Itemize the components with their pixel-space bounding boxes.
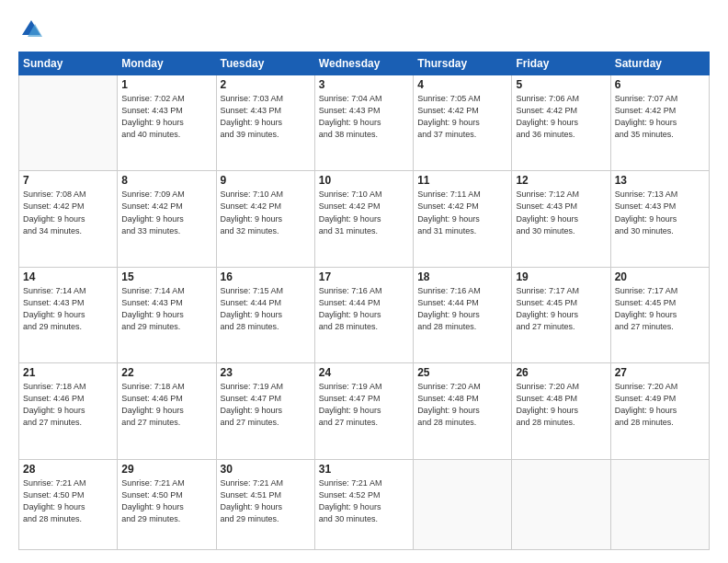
day-cell: 10Sunrise: 7:10 AMSunset: 4:42 PMDayligh… — [314, 171, 413, 267]
day-cell: 8Sunrise: 7:09 AMSunset: 4:42 PMDaylight… — [118, 171, 216, 267]
day-number: 4 — [417, 78, 507, 91]
day-info: Sunrise: 7:20 AMSunset: 4:48 PMDaylight:… — [516, 381, 606, 429]
day-cell: 16Sunrise: 7:15 AMSunset: 4:44 PMDayligh… — [216, 267, 314, 362]
day-info: Sunrise: 7:20 AMSunset: 4:48 PMDaylight:… — [417, 381, 507, 429]
day-info: Sunrise: 7:02 AMSunset: 4:43 PMDaylight:… — [121, 93, 211, 141]
day-info: Sunrise: 7:19 AMSunset: 4:47 PMDaylight:… — [221, 381, 311, 429]
day-number: 25 — [417, 366, 507, 379]
day-number: 18 — [417, 270, 507, 283]
day-info: Sunrise: 7:21 AMSunset: 4:51 PMDaylight:… — [221, 477, 311, 525]
day-info: Sunrise: 7:12 AMSunset: 4:43 PMDaylight:… — [516, 189, 606, 236]
day-number: 3 — [319, 78, 409, 91]
day-info: Sunrise: 7:06 AMSunset: 4:42 PMDaylight:… — [516, 93, 606, 141]
day-number: 12 — [516, 174, 606, 187]
day-number: 5 — [516, 78, 606, 91]
day-number: 24 — [319, 366, 409, 379]
day-number: 1 — [121, 78, 211, 91]
day-cell: 13Sunrise: 7:13 AMSunset: 4:43 PMDayligh… — [610, 171, 709, 267]
calendar-table: SundayMondayTuesdayWednesdayThursdayFrid… — [18, 52, 710, 550]
day-number: 28 — [23, 463, 113, 476]
day-cell — [610, 459, 709, 549]
day-cell: 19Sunrise: 7:17 AMSunset: 4:45 PMDayligh… — [512, 267, 610, 362]
day-number: 21 — [23, 366, 113, 379]
day-cell: 31Sunrise: 7:21 AMSunset: 4:52 PMDayligh… — [314, 459, 413, 549]
day-info: Sunrise: 7:09 AMSunset: 4:42 PMDaylight:… — [121, 189, 211, 236]
day-info: Sunrise: 7:16 AMSunset: 4:44 PMDaylight:… — [319, 285, 409, 333]
col-header-thursday: Thursday — [414, 52, 512, 75]
day-number: 13 — [615, 174, 705, 187]
day-info: Sunrise: 7:14 AMSunset: 4:43 PMDaylight:… — [23, 285, 113, 333]
day-info: Sunrise: 7:18 AMSunset: 4:46 PMDaylight:… — [23, 381, 113, 429]
day-info: Sunrise: 7:21 AMSunset: 4:52 PMDaylight:… — [319, 477, 409, 525]
day-info: Sunrise: 7:07 AMSunset: 4:42 PMDaylight:… — [615, 93, 705, 141]
day-info: Sunrise: 7:21 AMSunset: 4:50 PMDaylight:… — [121, 477, 211, 525]
day-cell: 25Sunrise: 7:20 AMSunset: 4:48 PMDayligh… — [414, 363, 512, 459]
day-info: Sunrise: 7:10 AMSunset: 4:42 PMDaylight:… — [221, 189, 311, 236]
day-cell: 11Sunrise: 7:11 AMSunset: 4:42 PMDayligh… — [414, 171, 512, 267]
day-cell: 27Sunrise: 7:20 AMSunset: 4:49 PMDayligh… — [610, 363, 709, 459]
day-cell: 26Sunrise: 7:20 AMSunset: 4:48 PMDayligh… — [512, 363, 610, 459]
day-cell: 5Sunrise: 7:06 AMSunset: 4:42 PMDaylight… — [512, 75, 610, 171]
day-cell: 22Sunrise: 7:18 AMSunset: 4:46 PMDayligh… — [118, 363, 216, 459]
day-number: 19 — [516, 270, 606, 283]
col-header-friday: Friday — [512, 52, 610, 75]
day-number: 9 — [221, 174, 311, 187]
day-number: 15 — [121, 270, 211, 283]
day-info: Sunrise: 7:05 AMSunset: 4:42 PMDaylight:… — [417, 93, 507, 141]
week-row-3: 14Sunrise: 7:14 AMSunset: 4:43 PMDayligh… — [19, 267, 710, 362]
day-cell: 3Sunrise: 7:04 AMSunset: 4:43 PMDaylight… — [314, 75, 413, 171]
day-number: 31 — [319, 463, 409, 476]
day-info: Sunrise: 7:19 AMSunset: 4:47 PMDaylight:… — [319, 381, 409, 429]
day-cell: 15Sunrise: 7:14 AMSunset: 4:43 PMDayligh… — [118, 267, 216, 362]
day-cell: 28Sunrise: 7:21 AMSunset: 4:50 PMDayligh… — [19, 459, 118, 549]
col-header-saturday: Saturday — [610, 52, 709, 75]
day-cell: 6Sunrise: 7:07 AMSunset: 4:42 PMDaylight… — [610, 75, 709, 171]
col-header-wednesday: Wednesday — [314, 52, 413, 75]
day-info: Sunrise: 7:14 AMSunset: 4:43 PMDaylight:… — [121, 285, 211, 333]
day-info: Sunrise: 7:17 AMSunset: 4:45 PMDaylight:… — [516, 285, 606, 333]
day-cell: 14Sunrise: 7:14 AMSunset: 4:43 PMDayligh… — [19, 267, 118, 362]
week-row-2: 7Sunrise: 7:08 AMSunset: 4:42 PMDaylight… — [19, 171, 710, 267]
day-number: 16 — [221, 270, 311, 283]
day-number: 20 — [615, 270, 705, 283]
day-cell: 29Sunrise: 7:21 AMSunset: 4:50 PMDayligh… — [118, 459, 216, 549]
day-cell: 1Sunrise: 7:02 AMSunset: 4:43 PMDaylight… — [118, 75, 216, 171]
day-number: 2 — [221, 78, 311, 91]
day-info: Sunrise: 7:11 AMSunset: 4:42 PMDaylight:… — [417, 189, 507, 236]
calendar-header-row: SundayMondayTuesdayWednesdayThursdayFrid… — [19, 52, 710, 75]
day-info: Sunrise: 7:03 AMSunset: 4:43 PMDaylight:… — [221, 93, 311, 141]
day-info: Sunrise: 7:18 AMSunset: 4:46 PMDaylight:… — [121, 381, 211, 429]
day-info: Sunrise: 7:04 AMSunset: 4:43 PMDaylight:… — [319, 93, 409, 141]
col-header-sunday: Sunday — [19, 52, 118, 75]
day-cell — [414, 459, 512, 549]
day-info: Sunrise: 7:13 AMSunset: 4:43 PMDaylight:… — [615, 189, 705, 236]
day-info: Sunrise: 7:16 AMSunset: 4:44 PMDaylight:… — [417, 285, 507, 333]
logo-icon — [18, 17, 44, 42]
day-cell: 23Sunrise: 7:19 AMSunset: 4:47 PMDayligh… — [216, 363, 314, 459]
week-row-5: 28Sunrise: 7:21 AMSunset: 4:50 PMDayligh… — [19, 459, 710, 549]
day-number: 14 — [23, 270, 113, 283]
day-cell: 20Sunrise: 7:17 AMSunset: 4:45 PMDayligh… — [610, 267, 709, 362]
day-number: 10 — [319, 174, 409, 187]
day-cell: 7Sunrise: 7:08 AMSunset: 4:42 PMDaylight… — [19, 171, 118, 267]
day-number: 17 — [319, 270, 409, 283]
week-row-1: 1Sunrise: 7:02 AMSunset: 4:43 PMDaylight… — [19, 75, 710, 171]
day-number: 7 — [23, 174, 113, 187]
day-number: 26 — [516, 366, 606, 379]
day-cell: 12Sunrise: 7:12 AMSunset: 4:43 PMDayligh… — [512, 171, 610, 267]
logo — [18, 17, 48, 42]
day-cell: 17Sunrise: 7:16 AMSunset: 4:44 PMDayligh… — [314, 267, 413, 362]
day-number: 23 — [221, 366, 311, 379]
day-number: 27 — [615, 366, 705, 379]
day-info: Sunrise: 7:15 AMSunset: 4:44 PMDaylight:… — [221, 285, 311, 333]
day-cell: 18Sunrise: 7:16 AMSunset: 4:44 PMDayligh… — [414, 267, 512, 362]
day-cell: 24Sunrise: 7:19 AMSunset: 4:47 PMDayligh… — [314, 363, 413, 459]
day-number: 30 — [221, 463, 311, 476]
day-cell: 9Sunrise: 7:10 AMSunset: 4:42 PMDaylight… — [216, 171, 314, 267]
day-cell: 2Sunrise: 7:03 AMSunset: 4:43 PMDaylight… — [216, 75, 314, 171]
day-info: Sunrise: 7:20 AMSunset: 4:49 PMDaylight:… — [615, 381, 705, 429]
day-info: Sunrise: 7:17 AMSunset: 4:45 PMDaylight:… — [615, 285, 705, 333]
day-number: 6 — [615, 78, 705, 91]
day-cell — [19, 75, 118, 171]
day-cell: 4Sunrise: 7:05 AMSunset: 4:42 PMDaylight… — [414, 75, 512, 171]
